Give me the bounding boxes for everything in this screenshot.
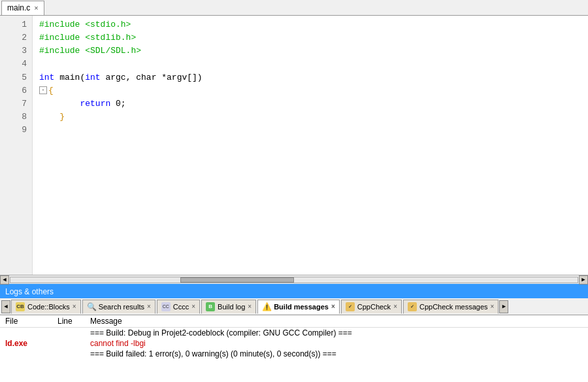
tab-buildmsg-label: Build messages [274,303,329,311]
scroll-left-btn[interactable]: ◀ [0,275,9,285]
tab-search[interactable]: 🔍 Search results × [82,300,155,314]
editor-tab-bar: main.c × [0,0,588,16]
code-line-3: #include <SDL/SDL.h> [39,46,141,56]
tab-search-close[interactable]: × [147,303,151,310]
tab-cppcheckmsg-close[interactable]: × [491,303,495,310]
msg-file-1 [0,328,52,339]
code-line-1: #include <stdio.h> [39,20,131,29]
scroll-track[interactable] [10,277,578,283]
messages-table: File Line Message === Build: Debug in Pr… [0,315,588,359]
msg-line-2 [52,338,85,349]
tab-cccc[interactable]: CC Cccc × [157,300,200,314]
editor-tab-main-c[interactable]: main.c × [1,1,44,15]
tab-cppcheckmsg[interactable]: ✓ CppCheck messages × [403,300,498,314]
horizontal-scrollbar[interactable]: ◀ ▶ [0,275,588,284]
tabs-scroll-right[interactable]: ▶ [499,300,508,313]
line-numbers: 1 2 3 4 5 6 7 8 9 [0,16,33,275]
tabs-scroll-left[interactable]: ◀ [1,300,10,313]
msg-file-2: ld.exe [0,338,52,349]
tab-cppcheckmsg-label: CppCheck messages [419,303,488,311]
code-line-9 [39,125,44,135]
col-header-message: Message [85,315,588,328]
cppcheck-icon: ✓ [346,302,355,311]
bottom-content-area: File Line Message === Build: Debug in Pr… [0,315,588,382]
code-line-6: -{ [39,86,54,95]
file-tab-close[interactable]: × [34,4,38,12]
msg-line-3 [52,349,85,359]
tab-buildmsg[interactable]: ⚠️ Build messages × [257,300,340,314]
scroll-right-btn[interactable]: ▶ [579,275,588,285]
bottom-panel: Logs & others ◀ CB Code::Blocks × 🔍 Sear… [0,284,588,382]
tab-codeblocks[interactable]: CB Code::Blocks × [11,300,81,314]
code-line-7: return 0; [39,99,126,109]
tab-buildlog[interactable]: B Build log × [201,300,256,314]
col-header-file: File [0,315,52,328]
buildmsg-icon: ⚠️ [262,302,271,311]
tab-cppcheck-label: CppCheck [357,303,391,311]
tab-codeblocks-close[interactable]: × [73,303,76,310]
msg-line-1 [52,328,85,339]
msg-text-3: === Build failed: 1 error(s), 0 warning(… [85,349,588,359]
file-tab-label: main.c [7,3,30,12]
tab-cppcheck[interactable]: ✓ CppCheck × [341,300,402,314]
bottom-panel-header: Logs & others [0,285,588,298]
tab-search-label: Search results [99,303,144,311]
code-editor[interactable]: #include <stdio.h> #include <stdlib.h> #… [33,16,588,275]
tab-cccc-label: Cccc [173,303,189,311]
table-row: === Build failed: 1 error(s), 0 warning(… [0,349,588,359]
tab-cppcheck-close[interactable]: × [393,303,397,310]
code-line-8: } [39,112,65,122]
buildlog-icon: B [206,302,215,311]
search-icon: 🔍 [87,302,96,311]
tab-buildmsg-close[interactable]: × [331,303,335,310]
bottom-panel-title: Logs & others [5,287,54,296]
fold-marker[interactable]: - [39,86,47,94]
scroll-thumb[interactable] [180,277,294,283]
tab-cccc-close[interactable]: × [191,303,195,310]
msg-text-1: === Build: Debug in Projet2-codeblock (c… [85,328,588,339]
cppcheckmsg-icon: ✓ [408,302,417,311]
table-row: === Build: Debug in Projet2-codeblock (c… [0,328,588,339]
codeblocks-icon: CB [16,302,25,311]
cccc-icon: CC [161,302,171,311]
code-line-2: #include <stdlib.h> [39,33,136,43]
editor-area: 1 2 3 4 5 6 7 8 9 #include <stdio.h> #in… [0,16,588,275]
bottom-tabs: ◀ CB Code::Blocks × 🔍 Search results × C… [0,298,588,315]
col-header-line: Line [52,315,85,328]
msg-file-3 [0,349,52,359]
code-line-5: int main(int argc, char *argv[]) [39,73,203,82]
tab-buildlog-close[interactable]: × [248,303,252,310]
msg-text-2: cannot find -lbgi [85,338,588,349]
tab-codeblocks-label: Code::Blocks [27,303,70,311]
tab-buildlog-label: Build log [218,303,245,311]
table-row: ld.exe cannot find -lbgi [0,338,588,349]
